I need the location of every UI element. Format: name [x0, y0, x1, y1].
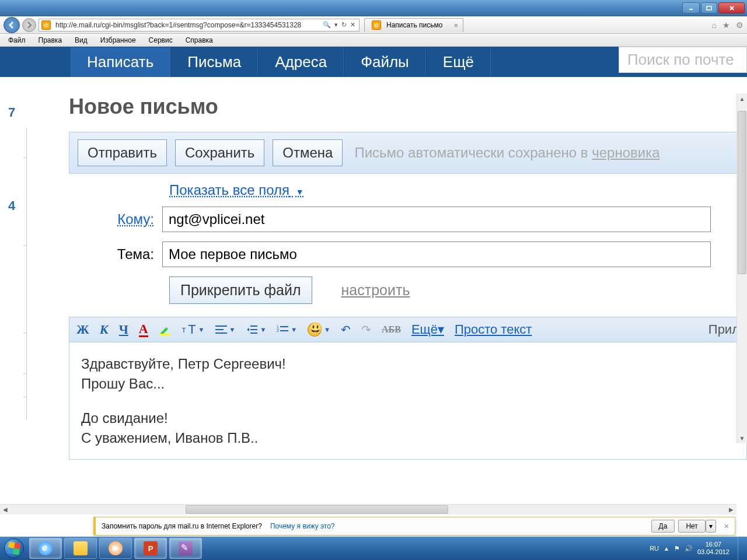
app-icon — [179, 541, 193, 555]
pw-no-button[interactable]: Нет — [678, 520, 705, 533]
undo-button[interactable]: ↶ — [341, 323, 351, 337]
to-label[interactable]: Кому: — [69, 211, 162, 228]
toolbar-more-link[interactable]: Ещё▾ — [411, 322, 444, 337]
body-line: Прошу Вас... — [81, 374, 735, 394]
smiley-icon — [308, 323, 322, 337]
nav-more[interactable]: Ещё — [426, 47, 491, 77]
horizontal-scrollbar[interactable]: ◀ ▶ — [0, 504, 736, 514]
pw-no-dropdown[interactable]: ▾ — [706, 520, 716, 533]
show-desktop-button[interactable] — [738, 537, 743, 560]
refresh-icon[interactable]: ↻ — [341, 21, 347, 29]
nav-files[interactable]: Файлы — [344, 47, 426, 77]
minimize-button[interactable] — [682, 2, 700, 13]
pw-yes-button[interactable]: Да — [651, 520, 675, 533]
wmp-icon — [109, 541, 123, 555]
compose-area: Новое письмо Отправить Сохранить Отмена … — [69, 94, 747, 460]
plaintext-link[interactable]: Просто текст — [455, 322, 532, 337]
ie-menubar: Файл Правка Вид Избранное Сервис Справка — [0, 34, 747, 47]
tray-clock[interactable]: 16:07 03.04.2012 — [697, 541, 729, 556]
h-scrollbar-thumb[interactable] — [186, 505, 448, 514]
subject-input[interactable] — [162, 242, 711, 267]
pw-close-icon[interactable]: × — [724, 522, 729, 531]
attach-file-button[interactable]: Прикрепить файл — [169, 276, 312, 304]
vertical-scrollbar[interactable]: ▲ ▼ — [736, 93, 747, 443]
taskbar-powerpoint[interactable]: P — [134, 538, 167, 559]
taskbar-ie[interactable] — [29, 538, 62, 559]
highlight-button[interactable] — [159, 323, 172, 336]
nav-compose[interactable]: Написать — [70, 47, 170, 77]
taskbar-explorer[interactable] — [64, 538, 97, 559]
drafts-link[interactable]: черновика — [592, 145, 659, 160]
address-controls: 🔍 ▾ ↻ ✕ — [319, 21, 359, 29]
why-link[interactable]: Почему я вижу это? — [270, 522, 335, 530]
left-ruler — [26, 128, 27, 420]
tray-flag-icon[interactable]: ⚑ — [674, 545, 680, 552]
tab-title: Написать письмо — [386, 21, 442, 29]
show-all-fields-link[interactable]: Показать все поля ▼ — [169, 182, 304, 198]
tray-lang[interactable]: RU — [650, 545, 659, 552]
to-input[interactable] — [162, 206, 711, 232]
home-icon[interactable]: ⌂ — [712, 20, 717, 30]
svg-rect-1 — [707, 6, 711, 10]
menu-edit[interactable]: Правка — [33, 35, 68, 46]
taskbar: P RU ▲ ⚑ 🔊 16:07 03.04.2012 — [0, 537, 747, 560]
emoji-dropdown[interactable]: ▼ — [308, 323, 330, 337]
sidebar-count-2: 4 — [8, 198, 15, 214]
forward-button[interactable] — [22, 18, 36, 32]
bold-button[interactable]: Ж — [76, 322, 89, 337]
taskbar-wmp[interactable] — [99, 538, 132, 559]
dropdown-icon[interactable]: ▾ — [334, 21, 338, 29]
font-size-dropdown[interactable]: тТ▼ — [182, 322, 205, 337]
tray-expand-icon[interactable]: ▲ — [664, 545, 669, 552]
window-close-button[interactable] — [718, 2, 745, 13]
body-line: До свидание! — [81, 408, 735, 428]
maximize-button[interactable] — [701, 2, 717, 13]
italic-button[interactable]: К — [100, 322, 109, 337]
svg-text:2: 2 — [277, 328, 279, 332]
mail-search-input[interactable]: Поиск по почте — [619, 47, 747, 73]
ie-toolbar: @ 🔍 ▾ ↻ ✕ @ Написать письмо × ⌂ ★ ⚙ — [0, 16, 747, 34]
tab-favicon-icon: @ — [372, 20, 381, 30]
action-bar: Отправить Сохранить Отмена Письмо автома… — [69, 132, 747, 174]
editor-toolbar: Ж К Ч A тТ▼ ▼ ▼ 12▼ ▼ ↶ ↷ АБВ Ещё▾ Прост… — [69, 317, 747, 342]
start-button[interactable] — [0, 537, 28, 560]
indent-dropdown[interactable]: ▼ — [246, 325, 266, 334]
sidebar-count-1: 7 — [8, 105, 15, 120]
menu-favorites[interactable]: Избранное — [95, 35, 142, 46]
url-input[interactable] — [53, 19, 319, 31]
ie-icon — [39, 541, 53, 555]
save-button[interactable]: Сохранить — [175, 139, 264, 166]
browser-tab[interactable]: @ Написать письмо × — [364, 18, 463, 32]
autosave-text: Письмо автоматически сохранено в чернови… — [354, 145, 659, 161]
toolbar-right-label: Прил — [708, 322, 739, 337]
back-button[interactable] — [4, 17, 20, 33]
address-bar[interactable]: @ 🔍 ▾ ↻ ✕ — [39, 19, 359, 32]
menu-file[interactable]: Файл — [2, 35, 32, 46]
menu-view[interactable]: Вид — [69, 35, 93, 46]
list-dropdown[interactable]: 12▼ — [277, 325, 297, 334]
taskbar-app[interactable] — [169, 538, 202, 559]
redo-button[interactable]: ↷ — [361, 323, 371, 337]
favorites-icon[interactable]: ★ — [722, 20, 730, 30]
configure-link[interactable]: настроить — [341, 282, 410, 299]
send-button[interactable]: Отправить — [78, 139, 167, 166]
cancel-button[interactable]: Отмена — [273, 139, 343, 166]
strike-button[interactable]: АБВ — [382, 324, 401, 335]
search-icon[interactable]: 🔍 — [323, 21, 331, 29]
underline-button[interactable]: Ч — [119, 322, 128, 337]
tray-volume-icon[interactable]: 🔊 — [685, 545, 693, 552]
tools-icon[interactable]: ⚙ — [736, 20, 743, 30]
nav-addresses[interactable]: Адреса — [258, 47, 344, 77]
stop-icon[interactable]: ✕ — [350, 21, 355, 29]
page-title: Новое письмо — [69, 94, 747, 119]
menu-help[interactable]: Справка — [180, 35, 219, 46]
tab-close-icon[interactable]: × — [453, 21, 458, 30]
editor-body[interactable]: Здравствуйте, Петр Сергеевич! Прошу Вас.… — [69, 342, 747, 460]
align-dropdown[interactable]: ▼ — [215, 325, 236, 334]
menu-service[interactable]: Сервис — [143, 35, 179, 46]
scrollbar-thumb[interactable] — [738, 111, 746, 274]
nav-letters[interactable]: Письма — [170, 47, 258, 77]
mail-topnav: Написать Письма Адреса Файлы Ещё Поиск п… — [0, 47, 747, 77]
subject-label: Тема: — [69, 246, 162, 262]
font-color-button[interactable]: A — [139, 323, 148, 337]
